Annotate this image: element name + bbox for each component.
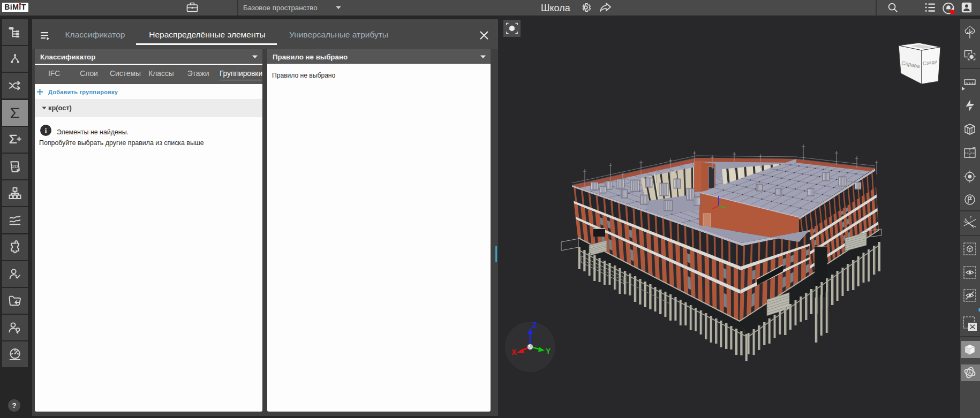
svg-text:2D: 2D (12, 164, 18, 169)
svg-text:Y: Y (546, 347, 551, 355)
svg-text:X: X (511, 348, 517, 356)
svg-text:Z: Z (532, 321, 537, 329)
